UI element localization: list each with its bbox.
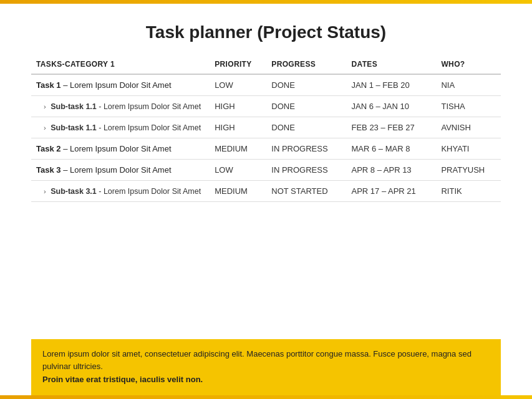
who-cell: KHYATI — [436, 138, 501, 160]
col-header-tasks: TASKS-CATEGORY 1 — [31, 56, 210, 74]
table-header-row: TASKS-CATEGORY 1 PRIORITY PROGRESS DATES… — [31, 56, 501, 74]
dates-cell: FEB 23 – FEB 27 — [346, 117, 436, 138]
task-name-cell: Task 2 – Lorem Ipsum Dolor Sit Amet — [31, 138, 210, 160]
task-name-cell: Task 3 – Lorem Ipsum Dolor Sit Amet — [31, 160, 210, 181]
task-table: TASKS-CATEGORY 1 PRIORITY PROGRESS DATES… — [31, 56, 501, 202]
table-row: › Sub-task 1.1 - Lorem Ipsum Dolor Sit A… — [31, 117, 501, 138]
who-cell: NIA — [436, 74, 501, 96]
task-name-cell: › Sub-task 1.1 - Lorem Ipsum Dolor Sit A… — [31, 117, 210, 138]
table-row: › Sub-task 3.1 - Lorem Ipsum Dolor Sit A… — [31, 181, 501, 202]
progress-cell: DONE — [266, 96, 346, 117]
bottom-bar — [0, 395, 532, 399]
priority-cell: MEDIUM — [210, 181, 266, 202]
dates-cell: MAR 6 – MAR 8 — [346, 138, 436, 160]
who-cell: PRATYUSH — [436, 160, 501, 181]
progress-cell: IN PROGRESS — [266, 160, 346, 181]
table-row: Task 2 – Lorem Ipsum Dolor Sit AmetMEDIU… — [31, 138, 501, 160]
priority-cell: HIGH — [210, 96, 266, 117]
task-name-cell: › Sub-task 1.1 - Lorem Ipsum Dolor Sit A… — [31, 96, 210, 117]
table-container: TASKS-CATEGORY 1 PRIORITY PROGRESS DATES… — [31, 56, 501, 330]
priority-cell: LOW — [210, 160, 266, 181]
footer-bold-text: Proin vitae erat tristique, iaculis veli… — [42, 375, 203, 384]
col-header-who: WHO? — [436, 56, 501, 74]
task-name-cell: Task 1 – Lorem Ipsum Dolor Sit Amet — [31, 74, 210, 96]
who-cell: RITIK — [436, 181, 501, 202]
footer-text: Lorem ipsum dolor sit amet, consectetuer… — [42, 349, 472, 372]
priority-cell: HIGH — [210, 117, 266, 138]
dates-cell: JAN 1 – FEB 20 — [346, 74, 436, 96]
col-header-priority: PRIORITY — [210, 56, 266, 74]
who-cell: AVNISH — [436, 117, 501, 138]
col-header-progress: PROGRESS — [266, 56, 346, 74]
progress-cell: DONE — [266, 74, 346, 96]
table-row: › Sub-task 1.1 - Lorem Ipsum Dolor Sit A… — [31, 96, 501, 117]
progress-cell: IN PROGRESS — [266, 138, 346, 160]
task-name-cell: › Sub-task 3.1 - Lorem Ipsum Dolor Sit A… — [31, 181, 210, 202]
footer-box: Lorem ipsum dolor sit amet, consectetuer… — [31, 339, 501, 395]
progress-cell: DONE — [266, 117, 346, 138]
page-title: Task planner (Project Status) — [31, 22, 501, 42]
priority-cell: MEDIUM — [210, 138, 266, 160]
priority-cell: LOW — [210, 74, 266, 96]
table-row: Task 3 – Lorem Ipsum Dolor Sit AmetLOWIN… — [31, 160, 501, 181]
dates-cell: APR 8 – APR 13 — [346, 160, 436, 181]
dates-cell: JAN 6 – JAN 10 — [346, 96, 436, 117]
who-cell: TISHA — [436, 96, 501, 117]
table-row: Task 1 – Lorem Ipsum Dolor Sit AmetLOWDO… — [31, 74, 501, 96]
slide: Task planner (Project Status) TASKS-CATE… — [0, 0, 532, 399]
col-header-dates: DATES — [346, 56, 436, 74]
progress-cell: NOT STARTED — [266, 181, 346, 202]
dates-cell: APR 17 – APR 21 — [346, 181, 436, 202]
slide-content: Task planner (Project Status) TASKS-CATE… — [0, 4, 532, 395]
